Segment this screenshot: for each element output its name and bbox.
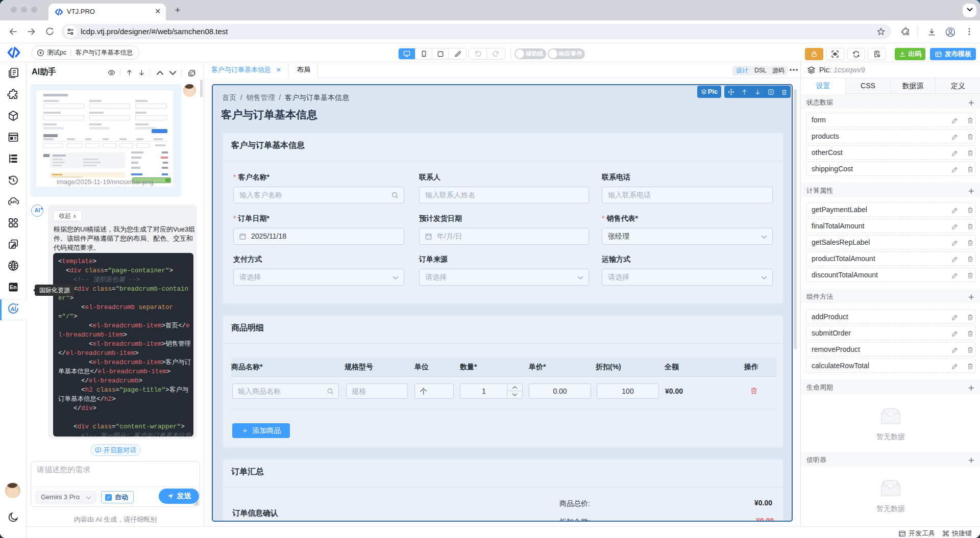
svg-text:AI: AI — [11, 306, 16, 312]
svg-text:API: API — [10, 200, 17, 204]
svg-text:En: En — [10, 284, 16, 290]
